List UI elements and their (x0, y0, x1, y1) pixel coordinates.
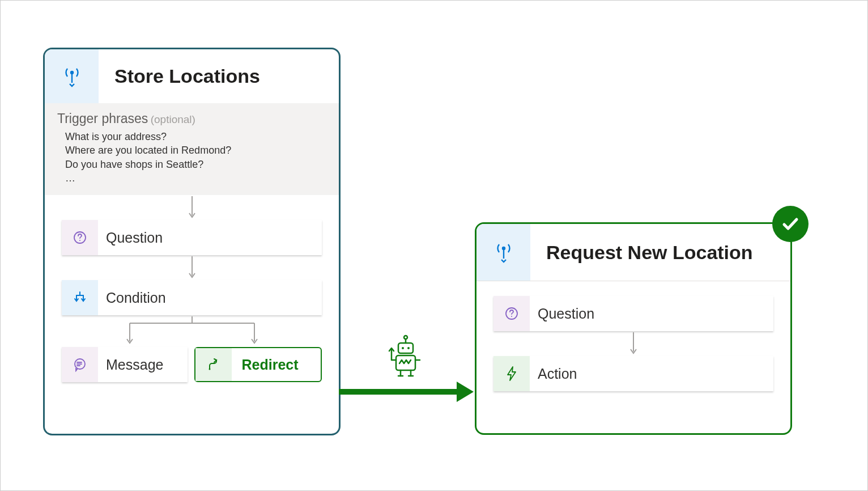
trigger-phrases-block: Trigger phrases (optional) What is your … (45, 103, 339, 195)
question-icon (62, 220, 98, 255)
node-label: Message (98, 347, 163, 382)
topic-icon-box (45, 49, 99, 103)
redirect-icon (195, 348, 232, 381)
branch-icon (62, 280, 98, 315)
node-label: Question (530, 296, 594, 331)
question-icon (493, 296, 530, 331)
node-message[interactable]: Message (62, 347, 188, 382)
node-area: Question Condition (45, 195, 339, 393)
lightning-icon (493, 356, 530, 391)
message-icon (62, 347, 98, 382)
svg-rect-5 (339, 389, 459, 395)
node-redirect[interactable]: Redirect (194, 347, 322, 382)
check-badge-icon (772, 206, 809, 242)
node-question[interactable]: Question (493, 296, 773, 331)
branch-row: Message Redirect (62, 347, 322, 382)
svg-point-13 (511, 316, 512, 317)
card-header: Store Locations (45, 49, 339, 103)
svg-rect-7 (398, 343, 413, 353)
node-action[interactable]: Action (493, 356, 773, 391)
topic-icon-box (476, 224, 530, 281)
node-label: Redirect (232, 348, 299, 381)
svg-rect-10 (396, 355, 415, 370)
topic-title: Request New Location (530, 224, 753, 281)
svg-point-4 (209, 369, 210, 370)
trigger-phrase: … (65, 171, 326, 185)
antenna-icon (495, 242, 512, 263)
bot-icon (386, 334, 426, 379)
arrow-down-icon (62, 255, 322, 280)
trigger-phrase-list: What is your address? Where are you loca… (57, 126, 326, 185)
svg-point-11 (501, 247, 505, 250)
diagram-canvas: Store Locations Trigger phrases (optiona… (0, 0, 868, 491)
node-question[interactable]: Question (62, 220, 322, 255)
trigger-phrase: Where are you located in Redmond? (65, 143, 326, 157)
trigger-phrase: Do you have shops in Seattle? (65, 158, 326, 171)
trigger-label: Trigger phrases (57, 111, 148, 126)
card-header: Request New Location (476, 224, 790, 281)
arrow-down-icon (493, 331, 773, 356)
arrow-down-icon (62, 195, 322, 220)
trigger-optional: (optional) (151, 113, 195, 125)
trigger-phrase: What is your address? (65, 130, 326, 143)
redirect-arrow-icon (339, 380, 475, 403)
svg-point-2 (79, 240, 80, 241)
topic-title: Store Locations (99, 49, 260, 103)
node-condition[interactable]: Condition (62, 280, 322, 315)
topic-card-store-locations: Store Locations Trigger phrases (optiona… (43, 48, 341, 435)
svg-point-8 (402, 347, 404, 349)
svg-point-0 (70, 70, 73, 74)
branch-split-icon (62, 315, 322, 347)
antenna-icon (63, 66, 80, 87)
node-label: Action (530, 356, 577, 391)
node-area: Question Action (476, 281, 790, 403)
node-label: Condition (98, 280, 166, 315)
svg-point-9 (407, 347, 410, 349)
topic-card-request-new-location: Request New Location Question Action (475, 222, 792, 435)
node-label: Question (98, 220, 163, 255)
